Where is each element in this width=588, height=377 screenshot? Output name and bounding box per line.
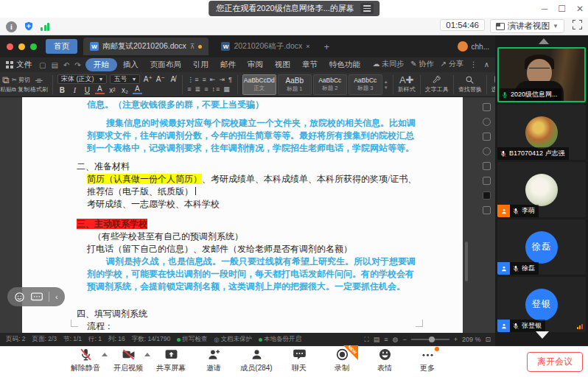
outline-view-icon[interactable]: ≡ [384, 336, 388, 343]
start-video-button[interactable]: 开启视频 [108, 348, 149, 373]
underline-button[interactable]: U [83, 86, 92, 94]
superscript-button[interactable]: x² [108, 86, 117, 94]
fullscreen-icon[interactable] [573, 20, 582, 29]
clear-format-icon[interactable]: A̸ [168, 75, 178, 83]
share-button[interactable]: ↗ 分享 [441, 59, 463, 69]
banner-menu-icon[interactable] [360, 3, 374, 14]
more-menu-icon[interactable]: ⋮ [470, 60, 477, 68]
ribbon-tab-layout[interactable]: 页面布局 [144, 58, 187, 71]
emoji-button[interactable]: 表情 [364, 348, 405, 373]
close-button[interactable]: ✕ [576, 4, 584, 14]
help-icon[interactable] [483, 147, 491, 155]
file-menu[interactable]: 文件 [6, 60, 32, 70]
mic-options-caret-icon[interactable] [102, 353, 108, 356]
align-left-icon[interactable]: ≡ [187, 85, 192, 94]
mac-close-icon[interactable] [7, 43, 13, 50]
paragraph-mark-icon[interactable]: ¶ [228, 76, 233, 84]
font-color-button[interactable]: A [95, 85, 105, 94]
status-words[interactable]: 字数: 14/1790 [132, 335, 170, 344]
style-heading2[interactable]: AaBbCc 标题 2 [313, 74, 347, 95]
minimize-button[interactable]: ─ [542, 4, 548, 14]
indent-decrease-icon[interactable]: ⇤ [210, 76, 217, 84]
style-gallery-scroll[interactable]: ▲▼ [384, 80, 388, 90]
chat-button[interactable]: 聊天 [279, 348, 320, 373]
scroll-down-icon[interactable] [536, 331, 549, 339]
number-list-icon[interactable]: ≡ [203, 76, 207, 84]
participant-tile[interactable]: 徐磊 徐磊 [497, 219, 586, 275]
fullscreen-doc-icon[interactable]: ⊡ [485, 336, 491, 343]
italic-button[interactable]: I [70, 86, 80, 94]
line-spacing-icon[interactable]: ↕≡ [211, 85, 220, 94]
mac-minimize-icon[interactable] [18, 43, 25, 50]
cursor-tool-icon[interactable] [483, 162, 491, 170]
ribbon-tab-insert[interactable]: 插入 [117, 58, 144, 71]
align-right-icon[interactable]: ≡ [204, 85, 209, 94]
participant-tile-speaker[interactable]: 2020级信息网... [497, 47, 586, 102]
style-normal[interactable]: AaBbCcDd 正文 [242, 74, 276, 95]
collapse-ribbon-icon[interactable]: ∧ [484, 60, 489, 68]
collapse-panel-icon[interactable] [483, 191, 491, 200]
save-icon[interactable]: ▢ [39, 61, 46, 69]
find-replace-button[interactable]: 查找替换 [458, 75, 482, 94]
ribbon-tab-home[interactable]: 开始 [85, 58, 117, 71]
ribbon-tab-review[interactable]: 审阅 [242, 58, 269, 71]
bold-button[interactable]: B [57, 86, 67, 94]
share-screen-button[interactable]: 共享屏幕 [150, 348, 192, 373]
eye-protect-icon[interactable]: ◍ [393, 336, 399, 343]
zoom-slider[interactable] [411, 339, 449, 340]
wps-account[interactable]: chh... [458, 41, 489, 52]
doc-tab-2[interactable]: W 20210206稿子.docx × [214, 38, 316, 55]
video-options-caret-icon[interactable] [144, 353, 150, 356]
invite-button[interactable]: 邀请 [193, 348, 234, 373]
shading-icon[interactable]: ▦ [223, 85, 231, 94]
doc-tab-1[interactable]: W 南邮复试20210206.docx ⊼ [83, 38, 209, 55]
view-mode-button[interactable]: 演讲者视图 ▼ [490, 19, 564, 33]
new-style-button[interactable]: A✚ 新样式 [398, 75, 416, 94]
pin-icon[interactable]: ⊼ [190, 43, 195, 50]
document-canvas[interactable]: 信息。（注意收钱很多的群，不要上当受骗） 搜集信息的时候最好对应每个院校建立一个… [0, 97, 495, 333]
paste-button[interactable]: ⧉ 粘贴 [0, 75, 12, 94]
undo-icon[interactable]: ↶ [63, 61, 69, 69]
ribbon-tab-section[interactable]: 章节 [296, 58, 323, 71]
document-page[interactable]: 信息。（注意收钱很多的群，不要上当受骗） 搜集信息的时候最好对应每个院校建立一个… [22, 97, 463, 333]
copy-button[interactable]: ⧉ 复制 [12, 85, 30, 94]
maximize-button[interactable]: ☐ [558, 4, 566, 14]
highlight-color-button[interactable]: A [133, 85, 142, 94]
redo-icon[interactable]: ↷ [74, 61, 80, 69]
subscript-button[interactable]: x₂ [120, 86, 130, 94]
style-heading1[interactable]: AaBb 标题 1 [278, 74, 312, 95]
sync-status[interactable]: ☁ 未同步 [373, 59, 405, 69]
record-button[interactable]: 录制 NEW [321, 348, 363, 373]
print-layout-icon[interactable]: ▤ [374, 336, 380, 343]
mac-zoom-icon[interactable] [30, 43, 37, 50]
collab-button[interactable]: ✎ 协作 [410, 59, 433, 69]
style-heading3[interactable]: AaBbCc 标题 3 [349, 74, 382, 95]
shrink-font-icon[interactable]: A⁻ [155, 75, 165, 83]
fit-page-icon[interactable]: ⛶ [364, 336, 368, 344]
close-tab-icon[interactable]: × [306, 43, 309, 50]
network-signal-icon[interactable] [41, 22, 49, 31]
zoom-level[interactable]: 209 % [462, 336, 481, 343]
participant-tile[interactable]: 李萌 [497, 162, 586, 217]
indent-increase-icon[interactable]: ⇥ [219, 76, 225, 84]
unmute-button[interactable]: 解除静音 [65, 348, 106, 373]
print-icon[interactable]: ▤ [51, 61, 57, 69]
scroll-up-icon[interactable] [539, 38, 549, 44]
ribbon-tab-mailings[interactable]: 邮件 [214, 58, 242, 71]
doc-protect-status[interactable]: ◎文档未保护 [214, 335, 252, 344]
new-tab-button[interactable]: + [324, 41, 330, 52]
participant-tile[interactable]: 登银 张登银 [497, 277, 586, 332]
ribbon-tab-special[interactable]: 特色功能 [323, 58, 366, 71]
ribbon-tab-view[interactable]: 视图 [269, 58, 296, 71]
zoom-in-icon[interactable]: + [454, 336, 458, 343]
collapse-pill-icon[interactable]: ‹ [55, 292, 58, 301]
screenshot-tool-icon[interactable] [483, 206, 491, 214]
ribbon-tab-references[interactable]: 引用 [187, 58, 214, 71]
spell-check-status[interactable]: 拼写检查 [177, 335, 207, 344]
bullet-list-icon[interactable]: ⋮≡ [187, 76, 199, 84]
more-button[interactable]: 更多 [407, 348, 448, 373]
highlighter-tool-icon[interactable] [483, 133, 491, 141]
emoji-quick-icon[interactable] [14, 292, 25, 303]
font-size-select[interactable]: 五号▼ [110, 74, 140, 84]
align-center-icon[interactable]: ≣ [195, 85, 202, 94]
